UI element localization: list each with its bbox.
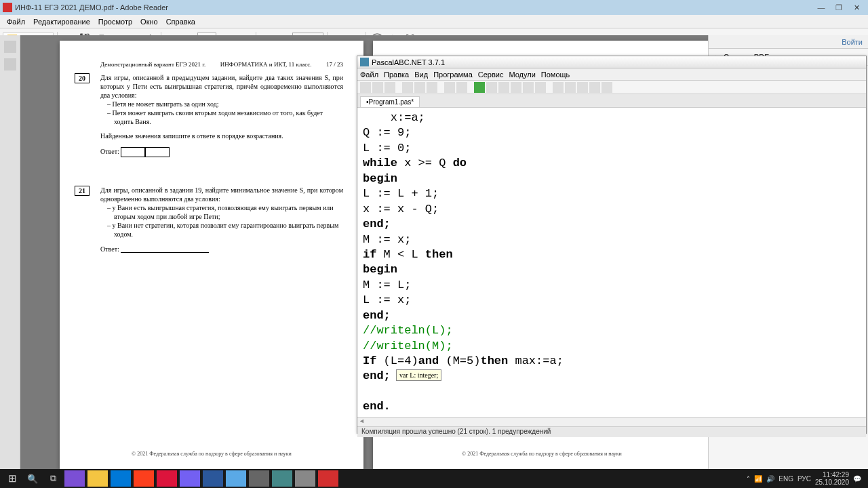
taskbar-app-edge[interactable] — [111, 470, 131, 487]
pascal-code-editor[interactable]: x:=a; Q := 9; L := 0; while x >= Q do be… — [357, 108, 866, 417]
pascal-cut-icon[interactable] — [402, 82, 413, 93]
pmenu-prog[interactable]: Программа — [433, 70, 473, 79]
taskbar-app-viber[interactable] — [180, 470, 200, 487]
minimize-button[interactable]: — — [812, 1, 830, 14]
q21-cond-1: у Вани есть выигрышная стратегия, позвол… — [114, 203, 343, 221]
windows-taskbar: 🔍 ⧉ ˄ 📶 🔊 ENG РУС 11:42:29 25.10.2020 💬 — [0, 469, 868, 488]
pmenu-serv[interactable]: Сервис — [478, 70, 504, 79]
menu-file[interactable]: Файл — [3, 16, 29, 27]
pascal-btn-3[interactable] — [535, 82, 546, 93]
window-title: ИНФ-11 ЕГЭ 2021 ДЕМО.pdf - Adobe Reader — [15, 3, 812, 12]
pascal-tabs: •Program1.pas* — [357, 94, 866, 108]
taskbar-app-pascal[interactable] — [272, 470, 292, 487]
q20-text: Для игры, описанной в предыдущем задании… — [100, 73, 343, 100]
taskbar-app-7[interactable] — [295, 470, 315, 487]
taskbar-app-ya[interactable] — [157, 470, 177, 487]
pascal-btn-1[interactable] — [511, 82, 521, 93]
question-number-21: 21 — [75, 186, 90, 196]
pascal-paste-icon[interactable] — [427, 82, 437, 93]
pascal-tooltip: var L: integer; — [396, 369, 441, 381]
pascal-btn-8[interactable] — [601, 82, 612, 93]
pdf-header-left: Демонстрационный вариант ЕГЭ 2021 г. — [100, 61, 205, 68]
pascal-icon — [360, 58, 369, 66]
start-button[interactable] — [3, 470, 22, 487]
page-footer-right: © 2021 Федеральная служба по надзору в с… — [373, 451, 708, 457]
taskbar-app-word[interactable] — [203, 470, 223, 487]
pascal-titlebar: PascalABC.NET 3.7.1 — [357, 56, 866, 68]
pascalabc-window: PascalABC.NET 3.7.1 Файл Правка Вид Прог… — [357, 56, 867, 434]
q20-cond-2: Петя может выиграть своим вторым ходом н… — [114, 108, 343, 126]
q21-cond-2: у Вани нет стратегии, которая позволит е… — [114, 221, 343, 239]
pascal-statusbar: Компиляция прошла успешно (21 строк). 1 … — [357, 426, 866, 437]
taskbar-app-adobe[interactable] — [318, 470, 338, 487]
search-icon[interactable]: 🔍 — [23, 470, 42, 487]
system-tray: ˄ 📶 🔊 ENG РУС 11:42:29 25.10.2020 💬 — [747, 471, 865, 486]
pmenu-mod[interactable]: Модули — [509, 70, 535, 79]
taskbar-app-yandex[interactable] — [134, 470, 154, 487]
answer-label-2: Ответ: — [100, 245, 119, 253]
pascal-btn-4[interactable] — [553, 82, 564, 93]
taskbar-app-5[interactable] — [226, 470, 246, 487]
tray-kb[interactable]: РУС — [797, 475, 811, 483]
pascal-step-icon[interactable] — [486, 82, 497, 93]
login-strip: Войти — [708, 35, 868, 49]
close-button[interactable]: ✕ — [848, 1, 865, 14]
pmenu-edit[interactable]: Правка — [384, 70, 409, 79]
pascal-new-icon[interactable] — [360, 82, 371, 93]
pascal-redo-icon[interactable] — [456, 82, 467, 93]
left-tool-strip — [0, 35, 20, 469]
pascal-save-icon[interactable] — [384, 82, 395, 93]
pmenu-file[interactable]: Файл — [360, 70, 378, 79]
pascal-hscrollbar[interactable] — [357, 417, 866, 426]
taskbar-app-6[interactable] — [249, 470, 269, 487]
answer-label: Ответ: — [100, 148, 119, 155]
pdf-page-left: Демонстрационный вариант ЕГЭ 2021 г. ИНФ… — [60, 41, 363, 469]
maximize-button[interactable]: ❐ — [830, 1, 848, 14]
pascal-btn-2[interactable] — [523, 82, 534, 93]
answer-line — [121, 252, 209, 253]
answer-box-2 — [145, 147, 170, 157]
tray-up-icon[interactable]: ˄ — [747, 475, 750, 483]
answer-box-1 — [121, 147, 145, 157]
taskbar-app-1[interactable] — [64, 470, 85, 487]
tray-notifications-icon[interactable]: 💬 — [853, 475, 861, 483]
task-view-icon[interactable]: ⧉ — [43, 470, 62, 487]
q21-text: Для игры, описанной в задании 19, найдит… — [100, 186, 343, 203]
pmenu-view[interactable]: Вид — [414, 70, 428, 79]
tray-clock[interactable]: 11:42:29 25.10.2020 — [815, 471, 849, 486]
menu-help[interactable]: Справка — [162, 16, 199, 27]
question-number-20: 20 — [75, 73, 90, 83]
menu-view[interactable]: Просмотр — [94, 16, 136, 27]
tray-volume-icon[interactable]: 🔊 — [766, 475, 774, 483]
pdf-header-mid: ИНФОРМАТИКА и ИКТ, 11 класс. — [220, 61, 312, 68]
pascal-title: PascalABC.NET 3.7.1 — [372, 58, 445, 66]
taskbar-app-explorer[interactable] — [87, 470, 108, 487]
pascal-stop-icon[interactable] — [498, 82, 509, 93]
page-footer-left: © 2021 Федеральная служба по надзору в с… — [60, 451, 363, 457]
pascal-copy-icon[interactable] — [414, 82, 425, 93]
pascal-open-icon[interactable] — [372, 82, 383, 93]
pdf-header-page: 17 / 23 — [326, 61, 343, 68]
pascal-btn-5[interactable] — [565, 82, 576, 93]
pascal-menubar: Файл Правка Вид Программа Сервис Модули … — [357, 68, 866, 81]
pascal-run-icon[interactable] — [474, 82, 485, 93]
q20-cond-1: Петя не может выиграть за один ход; — [114, 100, 343, 108]
login-link[interactable]: Войти — [842, 38, 863, 46]
tray-wifi-icon[interactable]: 📶 — [754, 475, 762, 483]
pascal-toolbar — [357, 81, 866, 94]
menu-edit[interactable]: Редактирование — [29, 16, 94, 27]
menu-window[interactable]: Окно — [136, 16, 162, 27]
tray-lang[interactable]: ENG — [778, 475, 793, 483]
pascal-btn-7[interactable] — [589, 82, 600, 93]
pascal-tab-program1[interactable]: •Program1.pas* — [360, 96, 420, 107]
adobe-icon — [3, 3, 12, 12]
window-titlebar: ИНФ-11 ЕГЭ 2021 ДЕМО.pdf - Adobe Reader … — [0, 0, 868, 15]
pascal-btn-6[interactable] — [577, 82, 588, 93]
app-menubar: Файл Редактирование Просмотр Окно Справк… — [0, 15, 868, 28]
attachments-icon[interactable] — [4, 58, 16, 70]
pmenu-help[interactable]: Помощь — [541, 70, 570, 79]
pascal-undo-icon[interactable] — [444, 82, 455, 93]
q20-note: Найденные значения запишите в ответе в п… — [100, 131, 343, 140]
thumbnails-icon[interactable] — [4, 41, 16, 53]
